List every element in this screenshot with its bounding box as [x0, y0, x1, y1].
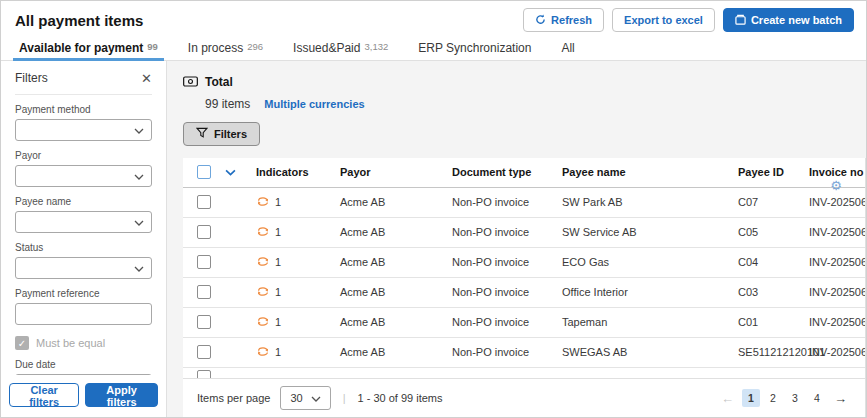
pagination: ← 1 2 3 4 →: [717, 389, 851, 407]
page-2-button[interactable]: 2: [764, 389, 782, 407]
table-footer: Items per page 30 | 1 - 30 of 99 items ←…: [183, 378, 865, 417]
payments-table: Indicators Payor Document type Payee nam…: [183, 158, 866, 417]
cell-invoice-no: INV-2025061: [809, 316, 866, 328]
recurring-indicator-icon: [256, 316, 270, 329]
cell-payee-name: SW Service AB: [562, 226, 738, 238]
cell-payee-name: SWEGAS AB: [562, 346, 738, 358]
tab-erp-synchronization[interactable]: ERP Synchronization: [416, 39, 533, 60]
create-new-batch-button[interactable]: Create new batch: [723, 8, 854, 32]
column-header-payee-name[interactable]: Payee name: [562, 166, 738, 178]
gear-icon[interactable]: ⚙: [830, 179, 842, 192]
column-header-payor[interactable]: Payor: [340, 166, 452, 178]
cell-document-type: Non-PO invoice: [452, 196, 562, 208]
indicator-count: 1: [275, 316, 281, 328]
main-area: Total 99 items Multiple currencies Filte…: [167, 61, 866, 417]
batch-icon: [735, 14, 746, 27]
export-to-excel-button[interactable]: Export to excel: [612, 8, 715, 32]
total-items-count: 99 items: [205, 97, 250, 111]
cell-invoice-no: INV-2025061: [809, 196, 866, 208]
column-header-indicators[interactable]: Indicators: [256, 166, 340, 178]
chevron-down-icon: [134, 262, 144, 274]
must-be-equal-label: Must be equal: [36, 337, 105, 349]
payee-name-select[interactable]: [15, 211, 152, 233]
status-label: Status: [15, 242, 152, 253]
tab-bar: Available for payment99 In process296 Is…: [1, 39, 866, 61]
column-header-invoice-no[interactable]: Invoice no: [809, 166, 865, 178]
chevron-down-icon: [134, 124, 144, 136]
tab-count: 296: [247, 41, 263, 52]
row-checkbox[interactable]: [197, 255, 211, 269]
cell-payor: Acme AB: [340, 346, 452, 358]
range-text: 1 - 30 of 99 items: [357, 392, 442, 404]
header-actions: Refresh Export to excel Create new batch: [523, 8, 854, 32]
cell-payee-id: C03: [738, 286, 809, 298]
payor-select[interactable]: [15, 165, 152, 187]
close-icon[interactable]: ✕: [141, 72, 152, 85]
funnel-icon: [196, 127, 208, 141]
items-per-page-select[interactable]: 30: [280, 386, 330, 410]
total-label: Total: [205, 75, 233, 89]
row-checkbox[interactable]: [197, 315, 211, 329]
cell-document-type: Non-PO invoice: [452, 346, 562, 358]
refresh-button[interactable]: Refresh: [523, 8, 604, 32]
payor-label: Payor: [15, 150, 152, 161]
cell-payee-id: C04: [738, 256, 809, 268]
apply-filters-button[interactable]: Apply filters: [85, 383, 158, 407]
table-row[interactable]: 1 Acme AB Non-PO invoice SW Park AB C07 …: [183, 188, 865, 218]
cell-payor: Acme AB: [340, 316, 452, 328]
cell-payee-id: C01: [738, 316, 809, 328]
tab-in-process[interactable]: In process296: [186, 39, 265, 60]
cell-payee-id: C07: [738, 196, 809, 208]
table-row[interactable]: 1 Acme AB Non-PO invoice Tapeman C01 INV…: [183, 308, 865, 338]
tab-issued-paid[interactable]: Issued&Paid3,132: [291, 39, 390, 60]
row-checkbox[interactable]: [197, 370, 211, 378]
cell-payee-id: SE511212120101: [738, 346, 809, 358]
select-all-checkbox[interactable]: [197, 165, 211, 179]
selection-menu-chevron-icon[interactable]: [225, 166, 256, 178]
table-row[interactable]: 1 Acme AB Non-PO invoice Office Interior…: [183, 278, 865, 308]
status-select[interactable]: [15, 257, 152, 279]
cell-document-type: Non-PO invoice: [452, 256, 562, 268]
cell-invoice-no: INV-2025061: [809, 226, 866, 238]
row-checkbox[interactable]: [197, 225, 211, 239]
indicator-count: 1: [275, 346, 281, 358]
table-row-partial[interactable]: [183, 368, 865, 378]
row-checkbox[interactable]: [197, 285, 211, 299]
payment-reference-input[interactable]: [15, 303, 152, 325]
cell-payor: Acme AB: [340, 196, 452, 208]
next-page-arrow-icon[interactable]: →: [830, 391, 851, 406]
must-be-equal-checkbox[interactable]: ✓: [15, 336, 29, 350]
tab-available-for-payment[interactable]: Available for payment99: [17, 39, 160, 60]
cell-payee-name: ECO Gas: [562, 256, 738, 268]
page-4-button[interactable]: 4: [808, 389, 826, 407]
indicator-count: 1: [275, 286, 281, 298]
recurring-indicator-icon: [256, 286, 270, 299]
recurring-indicator-icon: [256, 346, 270, 359]
cell-document-type: Non-PO invoice: [452, 286, 562, 298]
indicator-count: 1: [275, 196, 281, 208]
previous-page-arrow-icon[interactable]: ←: [717, 391, 738, 406]
payment-method-select[interactable]: [15, 119, 152, 141]
recurring-indicator-icon: [256, 226, 270, 239]
column-header-payee-id[interactable]: Payee ID: [738, 166, 809, 178]
page-3-button[interactable]: 3: [786, 389, 804, 407]
table-row[interactable]: 1 Acme AB Non-PO invoice SWEGAS AB SE511…: [183, 338, 865, 368]
clear-filters-button[interactable]: Clear filters: [9, 383, 79, 407]
column-header-document-type[interactable]: Document type: [452, 166, 562, 178]
row-checkbox[interactable]: [197, 195, 211, 209]
filters-toggle-button[interactable]: Filters: [183, 122, 260, 146]
row-checkbox[interactable]: [197, 345, 211, 359]
table-header-row: Indicators Payor Document type Payee nam…: [183, 158, 865, 188]
table-row[interactable]: 1 Acme AB Non-PO invoice ECO Gas C04 INV…: [183, 248, 865, 278]
must-be-equal-row: ✓ Must be equal: [15, 336, 152, 350]
recurring-indicator-icon: [256, 196, 270, 209]
tab-all[interactable]: All: [559, 39, 576, 60]
due-date-label: Due date: [15, 359, 152, 370]
page-title: All payment items: [15, 12, 143, 29]
page-1-button[interactable]: 1: [742, 389, 760, 407]
items-per-page-label: Items per page: [197, 392, 270, 404]
table-row[interactable]: 1 Acme AB Non-PO invoice SW Service AB C…: [183, 218, 865, 248]
cell-payee-name: Office Interior: [562, 286, 738, 298]
multiple-currencies-link[interactable]: Multiple currencies: [264, 98, 364, 110]
cell-payee-name: SW Park AB: [562, 196, 738, 208]
